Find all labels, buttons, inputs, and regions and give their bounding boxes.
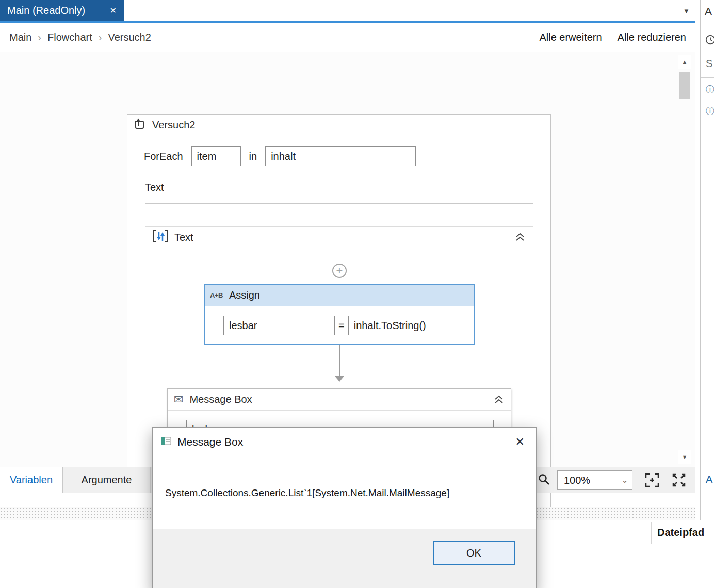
collapse-messagebox-icon[interactable] bbox=[493, 395, 505, 405]
collapse-all-button[interactable]: Alle reduzieren bbox=[618, 31, 686, 43]
dialog-message: System.Collections.Generic.List`1[System… bbox=[165, 487, 449, 499]
foreach-in-label: in bbox=[249, 151, 257, 162]
close-tab-icon[interactable]: ✕ bbox=[110, 6, 117, 15]
foreach-title: Versuch2 bbox=[152, 119, 195, 131]
fit-to-screen-icon[interactable] bbox=[644, 472, 660, 491]
collapse-sequence-icon[interactable] bbox=[514, 232, 526, 242]
assign-icon: A+B bbox=[210, 291, 223, 299]
tab-title: Main (ReadOnly) bbox=[7, 5, 105, 17]
rail-divider-line bbox=[701, 52, 714, 52]
foreach-collection-input[interactable]: inhalt bbox=[265, 146, 416, 166]
designer-canvas[interactable]: Versuch2 ForEach item in inhalt Text bbox=[0, 52, 695, 467]
foreach-body-label: Text bbox=[145, 182, 164, 193]
foreach-item-input[interactable]: item bbox=[191, 146, 241, 166]
breadcrumb: Main › Flowchart › Versuch2 Alle erweite… bbox=[0, 23, 695, 52]
dialog-footer: OK bbox=[153, 529, 536, 588]
chevron-right-icon: › bbox=[38, 31, 41, 43]
expand-all-button[interactable]: Alle erweitern bbox=[539, 31, 602, 43]
output-divider bbox=[651, 522, 652, 544]
rail-divider-line bbox=[701, 77, 714, 78]
chevron-right-icon: › bbox=[99, 31, 102, 43]
workflow-designer: Main (ReadOnly) ✕ ▼ Main › Flowchart › V… bbox=[0, 0, 714, 588]
canvas-vertical-scrollbar[interactable]: ▲ ▼ bbox=[678, 55, 691, 464]
breadcrumb-versuch2[interactable]: Versuch2 bbox=[108, 31, 151, 43]
messagebox-header[interactable]: ✉ Message Box bbox=[168, 389, 511, 411]
info-icon[interactable]: ⓘ bbox=[706, 84, 714, 95]
messagebox-dialog-icon bbox=[161, 436, 171, 449]
assign-equals-sign: = bbox=[338, 320, 345, 332]
history-icon[interactable] bbox=[705, 34, 714, 47]
assign-expression-row: lesbar = inhalt.ToString() bbox=[223, 316, 459, 335]
flow-connector bbox=[339, 345, 340, 377]
scrollbar-thumb[interactable] bbox=[679, 72, 690, 99]
sequence-icon bbox=[153, 230, 168, 246]
scroll-down-icon[interactable]: ▼ bbox=[678, 450, 691, 464]
assign-title: Assign bbox=[229, 289, 260, 301]
zoom-level-select[interactable]: 100% ⌄ bbox=[557, 470, 632, 490]
rail-search-label[interactable]: S bbox=[706, 58, 712, 70]
foreach-activity-header[interactable]: Versuch2 bbox=[127, 115, 550, 136]
sequence-title: Text bbox=[174, 232, 193, 243]
foreach-expression-row: ForEach item in inhalt bbox=[144, 146, 416, 166]
rail-panel-label[interactable]: A bbox=[705, 5, 712, 18]
zoom-dropdown-icon[interactable]: ⌄ bbox=[618, 471, 632, 489]
dialog-close-icon[interactable]: ✕ bbox=[515, 435, 525, 449]
arguments-tab[interactable]: Argumente bbox=[63, 467, 151, 493]
info-icon[interactable]: ⓘ bbox=[706, 105, 714, 117]
flow-arrowhead-icon bbox=[335, 376, 344, 382]
assign-value-input[interactable]: inhalt.ToString() bbox=[348, 316, 459, 335]
assign-activity[interactable]: A+B Assign lesbar = inhalt.ToString() bbox=[204, 284, 475, 345]
assign-to-input[interactable]: lesbar bbox=[223, 316, 335, 335]
tab-main-readonly[interactable]: Main (ReadOnly) ✕ bbox=[0, 0, 124, 21]
breadcrumb-flowchart[interactable]: Flowchart bbox=[47, 31, 92, 43]
assign-header[interactable]: A+B Assign bbox=[205, 285, 474, 306]
breadcrumb-main[interactable]: Main bbox=[9, 31, 31, 43]
sequence-header[interactable]: Text bbox=[145, 226, 533, 248]
output-column-dateipfad: Dateipfad bbox=[657, 527, 704, 538]
envelope-icon: ✉ bbox=[174, 393, 183, 406]
rail-panel-link[interactable]: A bbox=[706, 473, 712, 485]
foreach-icon bbox=[134, 118, 146, 133]
zoom-level-value: 100% bbox=[564, 475, 618, 486]
foreach-label: ForEach bbox=[144, 151, 183, 162]
variables-tab[interactable]: Variablen bbox=[0, 467, 63, 493]
right-rail: A S ⓘ ⓘ A bbox=[701, 0, 714, 520]
scroll-up-icon[interactable]: ▲ bbox=[678, 55, 691, 69]
messagebox-dialog: Message Box ✕ System.Collections.Generic… bbox=[152, 427, 537, 588]
messagebox-title: Message Box bbox=[189, 394, 252, 405]
dialog-title-bar[interactable]: Message Box ✕ bbox=[153, 428, 536, 456]
add-activity-button[interactable]: + bbox=[332, 264, 347, 278]
dialog-title: Message Box bbox=[177, 436, 243, 448]
zoom-magnifier-icon[interactable] bbox=[538, 473, 551, 488]
expand-view-icon[interactable] bbox=[671, 472, 687, 491]
ok-button[interactable]: OK bbox=[433, 541, 515, 565]
tab-list-dropdown-icon[interactable]: ▼ bbox=[683, 7, 690, 15]
